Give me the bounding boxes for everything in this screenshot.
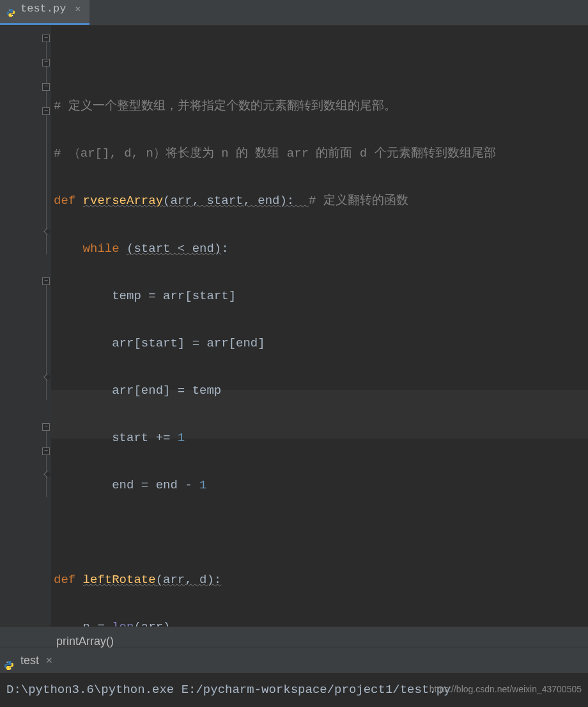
code-text: while bbox=[83, 242, 127, 256]
svg-point-2 bbox=[6, 662, 7, 662]
watermark: https://blog.csdn.net/weixin_43700505 bbox=[429, 681, 582, 698]
svg-point-0 bbox=[9, 10, 10, 10]
code-text: (start < end) bbox=[127, 242, 221, 256]
code-text: 1 bbox=[178, 431, 185, 445]
code-text: # （ar[], d, n）将长度为 n 的 数组 arr 的前面 d 个元素翻… bbox=[54, 146, 496, 160]
svg-point-1 bbox=[12, 15, 13, 16]
python-file-icon bbox=[4, 656, 14, 666]
fold-end-icon bbox=[43, 373, 50, 380]
fold-end-icon bbox=[43, 470, 50, 478]
fold-icon[interactable]: − bbox=[42, 423, 50, 431]
run-config-name: test bbox=[20, 649, 39, 671]
fold-end-icon bbox=[43, 228, 50, 235]
tab-filename: test.py bbox=[20, 0, 66, 19]
fold-icon[interactable]: − bbox=[42, 59, 50, 66]
code-text: def bbox=[54, 573, 83, 587]
close-icon[interactable]: ✕ bbox=[45, 652, 53, 669]
python-file-icon bbox=[6, 4, 15, 13]
code-text: arr[end] = temp bbox=[112, 384, 221, 398]
code-text: arr[start] = arr[end] bbox=[112, 336, 265, 350]
fold-icon[interactable]: − bbox=[42, 107, 50, 115]
code-editor: − − − − − − − # 定义一个整型数组，并将指定个数的元素翻转到数组的… bbox=[0, 26, 588, 626]
fold-icon[interactable]: − bbox=[42, 277, 50, 285]
code-text: def bbox=[54, 194, 83, 208]
gutter: − − − − − − − bbox=[0, 26, 51, 626]
code-text: # 定义翻转的函数 bbox=[309, 194, 408, 208]
code-text: 1 bbox=[199, 478, 206, 492]
fold-icon[interactable]: − bbox=[42, 447, 50, 455]
close-tab-icon[interactable]: ✕ bbox=[75, 1, 80, 18]
breadcrumb-function: printArray() bbox=[56, 635, 114, 648]
editor-tab[interactable]: test.py ✕ bbox=[0, 0, 89, 25]
code-text: len bbox=[112, 620, 134, 626]
code-text: rverseArray bbox=[83, 194, 163, 208]
tab-bar: test.py ✕ bbox=[0, 0, 588, 26]
code-text: start += bbox=[112, 431, 178, 445]
fold-icon[interactable]: − bbox=[42, 83, 50, 91]
code-text: (arr, start, end): bbox=[163, 194, 309, 208]
breadcrumb[interactable]: printArray() bbox=[0, 626, 588, 648]
code-text: # 定义一个整型数组，并将指定个数的元素翻转到数组的尾部。 bbox=[54, 99, 396, 113]
code-text: (arr) bbox=[134, 620, 170, 626]
code-text: end = end - bbox=[112, 478, 199, 492]
code-text: temp = arr[start] bbox=[112, 289, 236, 303]
code-text: : bbox=[221, 242, 228, 256]
code-text: leftRotate bbox=[83, 573, 156, 587]
fold-icon[interactable]: − bbox=[42, 35, 50, 42]
code-text: n = bbox=[83, 620, 112, 626]
code-text: (arr, d): bbox=[156, 573, 222, 587]
code-area[interactable]: # 定义一个整型数组，并将指定个数的元素翻转到数组的尾部。 # （ar[], d… bbox=[51, 26, 588, 626]
console-stdout: 3 4 5 6 7 1 2 bbox=[6, 701, 582, 707]
svg-point-3 bbox=[10, 668, 11, 669]
